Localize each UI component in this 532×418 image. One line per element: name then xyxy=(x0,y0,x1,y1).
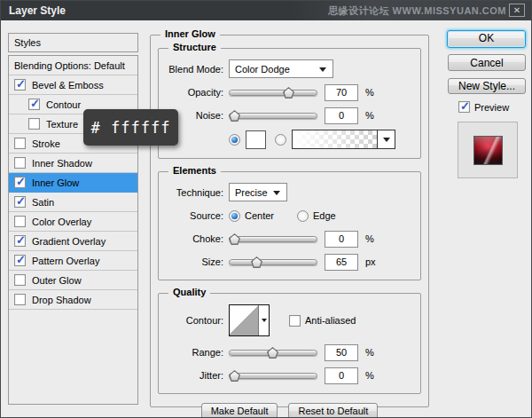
preview-checkbox[interactable] xyxy=(458,101,470,113)
sidebar-item-gradient-overlay[interactable]: Gradient Overlay xyxy=(9,232,137,251)
choke-slider-track[interactable] xyxy=(229,236,317,242)
sidebar-item-label: Gradient Overlay xyxy=(32,236,106,247)
contour-label: Contour: xyxy=(159,315,229,326)
cancel-button[interactable]: Cancel xyxy=(448,54,526,71)
noise-slider-track[interactable] xyxy=(229,113,317,119)
technique-value: Precise xyxy=(235,187,268,198)
jitter-slider-thumb[interactable] xyxy=(229,370,240,382)
anti-aliased-checkbox[interactable] xyxy=(289,315,301,327)
preview-label: Preview xyxy=(474,102,509,113)
opacity-slider[interactable] xyxy=(229,84,317,100)
color-radio[interactable] xyxy=(229,134,240,146)
sidebar-item-label: Blending Options: Default xyxy=(14,60,125,71)
noise-input[interactable] xyxy=(325,107,358,124)
range-slider-thumb[interactable] xyxy=(267,347,278,359)
noise-slider[interactable] xyxy=(229,107,317,123)
sidebar-item-label: Color Overlay xyxy=(32,217,91,227)
chevron-down-icon xyxy=(383,138,390,142)
ok-button[interactable]: OK xyxy=(447,30,526,48)
contour-dropdown-arrow[interactable] xyxy=(258,305,269,335)
source-center-radio[interactable] xyxy=(229,210,240,222)
technique-dropdown[interactable]: Precise xyxy=(229,183,287,201)
contour-thumbnail[interactable] xyxy=(230,305,258,335)
gradient-overlay-checkbox[interactable] xyxy=(14,235,26,247)
sidebar-item-label: Satin xyxy=(32,197,54,208)
sidebar-item-label: Contour xyxy=(46,99,81,110)
outer-glow-checkbox[interactable] xyxy=(14,274,26,286)
sidebar-item-label: Bevel & Emboss xyxy=(32,80,104,91)
sidebar-item-outer-glow[interactable]: Outer Glow xyxy=(9,271,137,290)
jitter-input[interactable] xyxy=(325,367,358,384)
close-icon[interactable]: ✕ xyxy=(509,4,525,17)
pattern-overlay-checkbox[interactable] xyxy=(14,255,26,266)
gradient-bar[interactable] xyxy=(292,130,378,149)
technique-label: Technique: xyxy=(159,187,229,198)
styles-header-label: Styles xyxy=(14,37,41,48)
stroke-checkbox[interactable] xyxy=(14,138,26,149)
dialog-title: Layer Style xyxy=(9,4,66,17)
choke-slider[interactable] xyxy=(229,231,317,247)
sidebar-item-label: Texture xyxy=(46,119,78,130)
noise-slider-thumb[interactable] xyxy=(229,110,240,122)
quality-legend: Quality xyxy=(168,287,210,297)
drop-shadow-checkbox[interactable] xyxy=(14,294,26,305)
reset-to-default-button[interactable]: Reset to Default xyxy=(288,403,378,418)
new-style-button[interactable]: New Style... xyxy=(448,78,526,94)
blend-mode-value: Color Dodge xyxy=(235,64,290,75)
source-edge-radio[interactable] xyxy=(297,210,309,222)
elements-group: Elements Technique: Precise Source: Cent… xyxy=(158,171,421,280)
opacity-input[interactable] xyxy=(325,84,358,101)
sidebar-item-bevel-emboss[interactable]: Bevel & Emboss xyxy=(9,75,137,95)
title-bar[interactable]: Layer Style 思缘设计论坛 WWW.MISSYUAN.COM ✕ xyxy=(1,1,531,20)
opacity-slider-track[interactable] xyxy=(229,90,317,96)
jitter-slider-track[interactable] xyxy=(229,373,317,379)
sidebar-item-inner-glow[interactable]: Inner Glow xyxy=(9,173,137,193)
anti-aliased-label: Anti-aliased xyxy=(305,315,356,326)
size-slider[interactable] xyxy=(229,254,317,270)
make-default-button[interactable]: Make Default xyxy=(201,403,278,418)
bevel-emboss-checkbox[interactable] xyxy=(14,79,26,91)
choke-unit: % xyxy=(365,233,374,244)
choke-label: Choke: xyxy=(159,233,229,244)
sidebar-item-satin[interactable]: Satin xyxy=(9,193,137,212)
layer-preview-thumbnail xyxy=(473,136,503,165)
sidebar-item-blending-options[interactable]: Blending Options: Default xyxy=(9,56,137,75)
choke-slider-thumb[interactable] xyxy=(229,233,240,245)
structure-legend: Structure xyxy=(168,42,221,52)
source-label: Source: xyxy=(159,210,229,221)
color-overlay-checkbox[interactable] xyxy=(14,216,26,227)
sidebar-item-label: Inner Shadow xyxy=(32,158,92,169)
contour-checkbox[interactable] xyxy=(28,99,40,110)
preview-box xyxy=(458,122,518,178)
range-slider[interactable] xyxy=(229,344,317,360)
sidebar-item-color-overlay[interactable]: Color Overlay xyxy=(9,212,137,232)
opacity-slider-thumb[interactable] xyxy=(283,87,294,99)
size-input[interactable] xyxy=(325,254,358,271)
source-edge-label: Edge xyxy=(313,210,336,221)
chevron-down-icon xyxy=(319,67,326,72)
size-unit: px xyxy=(365,256,376,267)
gradient-radio[interactable] xyxy=(275,134,286,146)
size-slider-track[interactable] xyxy=(229,259,317,265)
inner-glow-checkbox[interactable] xyxy=(14,177,26,188)
blend-mode-dropdown[interactable]: Color Dodge xyxy=(229,59,333,78)
watermark-text: 思缘设计论坛 WWW.MISSYUAN.COM xyxy=(328,4,506,18)
sidebar-item-inner-shadow[interactable]: Inner Shadow xyxy=(9,154,137,173)
chevron-down-icon xyxy=(273,191,280,195)
contour-picker[interactable] xyxy=(229,304,270,336)
choke-input[interactable] xyxy=(325,231,358,248)
glow-color-swatch[interactable] xyxy=(246,130,266,149)
sidebar-item-pattern-overlay[interactable]: Pattern Overlay xyxy=(9,251,137,271)
styles-list: Blending Options: Default Bevel & Emboss… xyxy=(8,55,138,405)
jitter-slider[interactable] xyxy=(229,367,317,383)
inner-shadow-checkbox[interactable] xyxy=(14,157,26,169)
gradient-picker-arrow[interactable] xyxy=(378,130,395,149)
sidebar-item-drop-shadow[interactable]: Drop Shadow xyxy=(9,290,137,310)
source-center-label: Center xyxy=(245,210,274,221)
sidebar-item-label: Outer Glow xyxy=(32,275,82,286)
size-slider-thumb[interactable] xyxy=(251,256,262,268)
texture-checkbox[interactable] xyxy=(28,118,40,130)
inner-glow-panel: Inner Glow Structure Blend Mode: Color D… xyxy=(150,35,429,407)
satin-checkbox[interactable] xyxy=(14,196,26,208)
range-input[interactable] xyxy=(325,344,358,361)
